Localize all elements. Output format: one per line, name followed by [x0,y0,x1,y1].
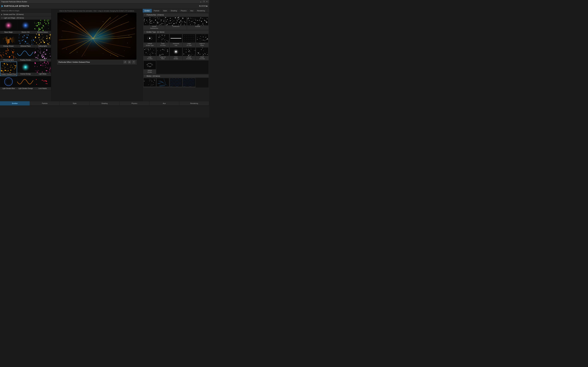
rp-item-thumb [183,34,195,42]
restore-button[interactable]: ❐ [203,1,205,3]
rp-item-thumb [183,48,195,56]
bottom-tab-shading[interactable]: Shading [90,101,120,106]
rp-item-label: Small XYZ Box [183,56,195,60]
right-tabs: Emitter Particle Style Shading Physics A… [143,9,209,13]
rp-item-label: Small XYZ Box [196,56,208,60]
rp-item-emitter-type[interactable]: Large XZ Plane [156,47,169,60]
sidebar-item[interactable]: Light Blobs [34,62,51,76]
bottom-tab-physics[interactable]: Physics [120,101,149,106]
blocks-label[interactable]: BLOCKS ▶ [199,5,208,7]
right-tab-aux[interactable]: Aux [189,9,195,13]
svg-point-4 [110,18,111,19]
rp-item-label: Explode [187,25,208,28]
rp-item-emitter-type[interactable]: Large XY Plane [196,34,208,47]
bottom-tab-rendering[interactable]: Rendering [179,101,209,106]
rp-item-motion[interactable] [182,78,195,87]
rp-item-emitter-type[interactable]: Point Emitter [170,47,182,60]
sidebar-item[interactable]: Floating Streaks [17,48,34,61]
sidebar-item-thumb [17,48,34,59]
preview-area: Click in the Preview Area to restart the… [51,9,143,101]
sidebar-item-label: Energy Stream [0,45,17,48]
sidebar-item-label: Light Blobs [34,73,51,75]
sidebar-item[interactable]: Falling lights [34,34,51,48]
rp-item-thumb [144,34,156,42]
rp-section-particles-sec[interactable]: ▼ Particles/Sec (3 items) [143,13,208,16]
section-arrow-icon: ▼ [144,14,146,16]
sidebar-item-thumb [34,62,51,73]
rp-item-thumb [170,78,182,87]
rp-item-thumb [165,17,186,25]
rp-item-particles-sec[interactable]: Default Particles/Sec [143,17,165,30]
close-button[interactable]: ✕ [206,1,208,3]
rp-item-motion[interactable] [156,78,169,87]
rp-item-motion[interactable] [170,78,182,87]
right-tab-style[interactable]: Style [161,9,169,13]
sidebar-item[interactable]: Electric Orb [17,20,34,34]
svg-point-16 [103,53,103,54]
sidebar-item-thumb [0,20,17,31]
bottom-tabs: Emitter Particle Style Shading Physics A… [0,101,209,106]
sidebar-item[interactable]: Golden Outward Flow [0,62,17,76]
rp-item-label: Large XYZ Box [144,56,156,60]
svg-point-14 [132,29,132,30]
sidebar-item-label: Light Streaks Blue [0,87,17,90]
svg-point-12 [72,26,73,26]
preview-canvas[interactable] [57,12,137,60]
sidebar-item[interactable]: Ethereal Plane [17,34,34,48]
sidebar-item[interactable]: Love Hearts [34,76,51,90]
section-count: (11 items) [157,31,164,33]
rp-item-emitter-type[interactable]: Deep XYZ Box [156,34,169,47]
right-panel: Emitter Particle Style Shading Physics A… [143,9,209,101]
rp-item-emitter-type[interactable]: Small XYZ Box [196,47,208,60]
titlebar-title: Trapcode Particular Effects Builder [1,1,27,3]
rp-item-thumb [157,78,169,87]
right-tab-shading[interactable]: Shading [169,9,179,13]
bottom-tab-aux[interactable]: Aux [149,101,179,106]
rp-item-label: Default Particles/Sec [144,25,164,30]
right-tab-physics[interactable]: Physics [179,9,189,13]
rp-item-label [183,87,195,87]
sidebar-search-hint: Select an effect to begin. [0,9,51,13]
rp-item-motion[interactable] [143,78,156,87]
rp-item-particles-sec[interactable]: Continuous [165,17,187,30]
right-tab-emitter[interactable]: Emitter [143,9,152,13]
rp-item-emitter-type[interactable]: Sphere Emitter [143,60,156,74]
preview-help-button[interactable]: ? [132,60,135,64]
sidebar-group-light-magic[interactable]: ▼ Light and Magic (30 items) [0,16,51,20]
sidebar-item[interactable]: Glowfield [34,48,51,61]
rp-item-thumb [170,48,182,56]
preview-screenshot-button[interactable]: ⊡ [128,60,131,64]
preview-restart-button[interactable]: ↺ [123,60,127,64]
sidebar-item[interactable]: Light Streaks Blue [0,76,17,90]
rp-section-motion[interactable]: ▼ Motion (10 items) [143,75,208,77]
rp-item-emitter-type[interactable]: Default Emitter Type [143,34,156,47]
svg-point-2 [69,21,70,22]
section-arrow-icon: ▼ [144,31,146,33]
sidebar-group-smoke-fire[interactable]: ▶ Smoke and Fire (33 items) [0,13,51,16]
sidebar-item[interactable]: Basic Magic [0,20,17,34]
app-header: PARTICULAR EFFECTS BLOCKS ▶ [0,3,209,9]
rp-item-emitter-type[interactable]: Horizontal Axis [170,34,182,47]
bottom-tab-style[interactable]: Style [60,101,90,106]
sidebar-item[interactable]: Flickering lights [0,48,17,61]
bottom-tab-emitter[interactable]: Emitter [0,101,30,106]
sidebar-item[interactable]: Inverse Energy [17,62,34,76]
sidebar-item-label: Falling lights [34,45,51,48]
right-tab-rendering[interactable]: Rendering [195,9,207,13]
bottom-tab-particle[interactable]: Particle [30,101,60,106]
sidebar-item[interactable]: Energy Stream [0,34,17,48]
minimize-button[interactable]: 🗕 [200,1,202,3]
rp-item-emitter-type[interactable]: Large XY Grid [182,34,195,47]
emitter-type-grid: Default Emitter TypeDeep XYZ BoxHorizont… [143,34,208,74]
rp-item-emitter-type[interactable]: Small XYZ Box [182,47,195,60]
rp-item-emitter-type[interactable]: Large XYZ Box [143,47,156,60]
right-tab-particle[interactable]: Particle [152,9,161,13]
sidebar-item[interactable]: Electron Dance [34,20,51,34]
sidebar-item[interactable]: Light Streaks Orange [17,76,34,90]
rp-section-emitter-type[interactable]: ▼ Emitter Type (11 items) [143,30,208,33]
svg-point-15 [127,43,128,43]
rp-item-label [144,87,156,87]
rp-item-thumb [144,61,156,69]
rp-item-label: Sphere Emitter [144,69,156,73]
rp-item-particles-sec[interactable]: Explode [187,17,208,30]
